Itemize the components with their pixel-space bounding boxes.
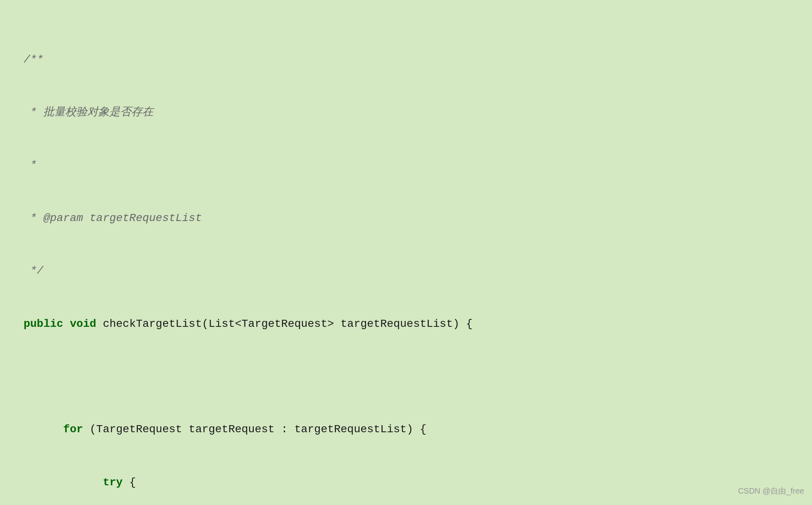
comment-line-4: * @param targetRequestList (24, 210, 788, 227)
comment-line-2: * 批量校验对象是否存在 (24, 104, 788, 122)
try-open-line: try { (24, 474, 788, 492)
comment-line-1: /** (24, 51, 788, 69)
comment-line-5: */ (24, 262, 788, 280)
watermark: CSDN @自由_free (738, 485, 804, 497)
blank-line-1 (24, 368, 788, 386)
method-signature: public void checkTargetList(List<TargetR… (24, 315, 788, 333)
code-block: /** * 批量校验对象是否存在 * * @param targetReques… (24, 16, 788, 505)
comment-line-3: * (24, 157, 788, 174)
for-loop-line: for (TargetRequest targetRequest : targe… (24, 421, 788, 439)
